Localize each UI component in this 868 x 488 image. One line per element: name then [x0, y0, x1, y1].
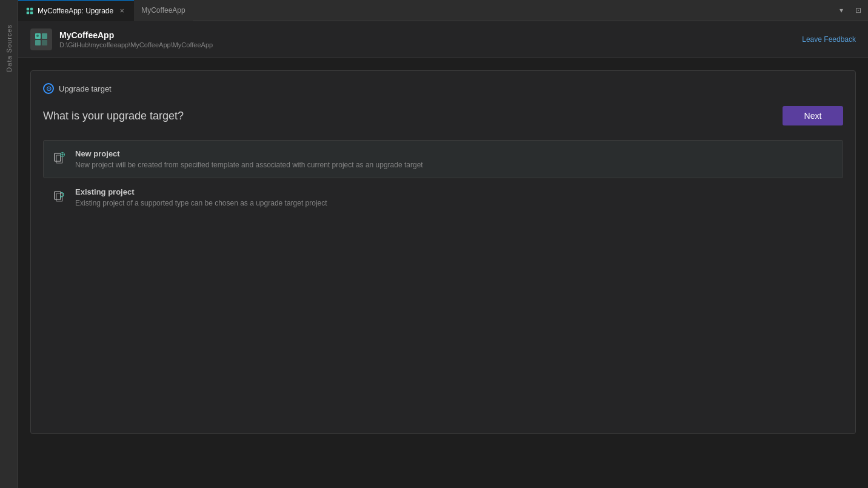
- tab-inactive-label: MyCoffeeApp: [141, 6, 185, 15]
- app-path: D:\GitHub\mycoffeeapp\MyCoffeeApp\MyCoff…: [59, 41, 213, 48]
- tab-upgrade[interactable]: MyCoffeeApp: Upgrade ×: [18, 0, 134, 21]
- svg-point-8: [36, 35, 39, 37]
- tab-layout-icon[interactable]: ⊡: [851, 3, 866, 18]
- app-icon: [30, 28, 52, 50]
- mycoffeeapp-icon: [33, 31, 50, 48]
- svg-rect-5: [42, 33, 47, 39]
- upgrade-section: ⊙ Upgrade target What is your upgrade ta…: [30, 70, 856, 434]
- existing-project-desc: Existing project of a supported type can…: [75, 199, 327, 207]
- svg-rect-9: [55, 153, 61, 161]
- section-header: ⊙ Upgrade target: [43, 83, 843, 94]
- tab-dropdown-icon[interactable]: ▾: [834, 3, 849, 18]
- new-project-title: New project: [75, 149, 423, 158]
- new-project-desc: New project will be created from specifi…: [75, 161, 423, 169]
- svg-rect-0: [27, 7, 29, 10]
- options-container: New project New project will be created …: [43, 140, 843, 216]
- svg-rect-6: [35, 40, 41, 45]
- tab-bar-right: ▾ ⊡: [834, 3, 868, 18]
- svg-rect-12: [55, 192, 61, 199]
- main-area: MyCoffeeApp: Upgrade × MyCoffeeApp ▾ ⊡: [18, 0, 868, 488]
- svg-rect-1: [30, 7, 33, 10]
- existing-project-text: Existing project Existing project of a s…: [75, 187, 327, 207]
- leave-feedback-link[interactable]: Leave Feedback: [802, 35, 856, 44]
- existing-project-icon: [51, 189, 68, 206]
- app-name: MyCoffeeApp: [59, 30, 213, 40]
- next-button[interactable]: Next: [783, 106, 843, 125]
- content-area: ⊙ Upgrade target What is your upgrade ta…: [18, 58, 868, 488]
- tab-active-label: MyCoffeeApp: Upgrade: [38, 7, 113, 15]
- header: MyCoffeeApp D:\GitHub\mycoffeeapp\MyCoff…: [18, 21, 868, 58]
- tab-close-icon[interactable]: ×: [117, 6, 127, 16]
- option-new-project[interactable]: New project New project will be created …: [43, 140, 843, 178]
- new-project-text: New project New project will be created …: [75, 149, 423, 169]
- tab-icon: [25, 7, 34, 15]
- sidebar-label: Data Sources: [5, 24, 13, 72]
- app-info: MyCoffeeApp D:\GitHub\mycoffeeapp\MyCoff…: [59, 30, 213, 48]
- sidebar: Data Sources: [0, 0, 18, 488]
- new-project-icon: [51, 150, 68, 167]
- svg-rect-7: [42, 40, 47, 45]
- svg-rect-3: [30, 11, 33, 13]
- header-left: MyCoffeeApp D:\GitHub\mycoffeeapp\MyCoff…: [30, 28, 213, 50]
- tab-bar: MyCoffeeApp: Upgrade × MyCoffeeApp ▾ ⊡: [18, 0, 868, 21]
- option-existing-project[interactable]: Existing project Existing project of a s…: [43, 178, 843, 216]
- tab-mycoffeeapp[interactable]: MyCoffeeApp: [134, 0, 193, 21]
- upgrade-question: What is your upgrade target?: [43, 110, 184, 122]
- section-title: Upgrade target: [59, 84, 112, 93]
- svg-rect-2: [27, 11, 29, 13]
- existing-project-title: Existing project: [75, 187, 327, 196]
- upgrade-target-icon: ⊙: [43, 83, 54, 94]
- question-row: What is your upgrade target? Next: [43, 106, 843, 125]
- svg-rect-13: [56, 193, 62, 201]
